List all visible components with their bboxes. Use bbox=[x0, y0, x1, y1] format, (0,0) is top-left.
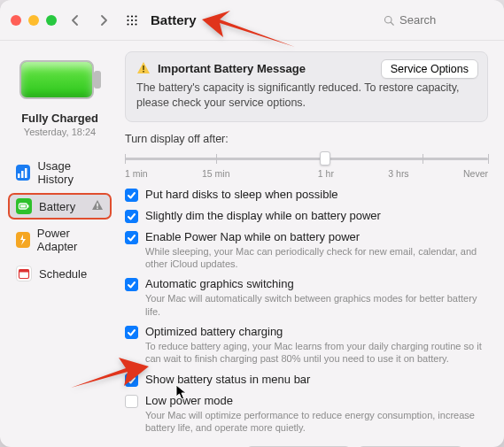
plug-icon bbox=[16, 232, 30, 248]
checkbox[interactable] bbox=[125, 395, 138, 408]
svg-point-5 bbox=[135, 19, 136, 20]
search-input[interactable] bbox=[399, 13, 488, 27]
option-description: Your Mac will optimize performance to re… bbox=[145, 409, 488, 435]
checkbox[interactable] bbox=[125, 326, 138, 339]
search-field[interactable] bbox=[378, 11, 493, 29]
search-icon bbox=[384, 14, 394, 27]
window-controls bbox=[11, 15, 57, 26]
chart-icon bbox=[16, 165, 30, 181]
option-label: Put hard disks to sleep when possible bbox=[145, 188, 488, 201]
option-description: While sleeping, your Mac can periodicall… bbox=[145, 245, 488, 271]
svg-point-4 bbox=[131, 19, 133, 20]
sidebar-item-schedule[interactable]: Schedule bbox=[9, 261, 111, 286]
slider-label: Turn display off after: bbox=[125, 133, 488, 145]
svg-line-10 bbox=[391, 22, 393, 25]
svg-point-8 bbox=[135, 23, 136, 25]
tick-label: Never bbox=[463, 168, 488, 179]
option-row: Enable Power Nap while on battery powerW… bbox=[125, 230, 488, 271]
sidebar-item-battery[interactable]: Battery bbox=[9, 194, 111, 219]
sidebar-item-power-adapter[interactable]: Power Adapter bbox=[9, 222, 111, 258]
warning-icon bbox=[91, 199, 104, 214]
zoom-window-button[interactable] bbox=[46, 15, 57, 26]
option-description: Your Mac will automatically switch betwe… bbox=[145, 292, 488, 318]
svg-rect-22 bbox=[143, 71, 144, 73]
option-label: Automatic graphics switching bbox=[145, 277, 488, 290]
display-sleep-slider[interactable] bbox=[125, 150, 488, 166]
service-options-button[interactable]: Service Options bbox=[381, 59, 478, 79]
battery-alert: Service Options Important Battery Messag… bbox=[125, 51, 488, 122]
option-row: Put hard disks to sleep when possible bbox=[125, 188, 488, 202]
svg-rect-16 bbox=[20, 205, 26, 208]
titlebar: Battery bbox=[0, 0, 504, 41]
forward-button[interactable] bbox=[94, 11, 113, 30]
tick-label: 1 min bbox=[125, 168, 148, 179]
slider-thumb[interactable] bbox=[320, 151, 330, 166]
battery-large-icon bbox=[19, 60, 101, 99]
battery-preferences-window: Battery Fully Charged Yesterday, 18:24 U… bbox=[0, 0, 504, 447]
battery-status-label: Fully Charged bbox=[21, 112, 98, 125]
calendar-icon bbox=[16, 266, 32, 281]
option-description: To reduce battery aging, your Mac learns… bbox=[145, 340, 488, 366]
checkbox[interactable] bbox=[125, 231, 138, 244]
svg-point-2 bbox=[135, 15, 136, 17]
sidebar: Fully Charged Yesterday, 18:24 Usage His… bbox=[0, 41, 120, 447]
sidebar-item-label: Battery bbox=[39, 200, 75, 213]
svg-rect-15 bbox=[27, 205, 29, 208]
svg-point-0 bbox=[127, 15, 128, 17]
option-row: Automatic graphics switchingYour Mac wil… bbox=[125, 277, 488, 318]
checkbox[interactable] bbox=[125, 374, 138, 387]
svg-point-6 bbox=[127, 23, 128, 25]
mouse-cursor-icon bbox=[175, 384, 188, 400]
close-window-button[interactable] bbox=[11, 15, 21, 26]
checkbox[interactable] bbox=[125, 278, 138, 291]
svg-point-7 bbox=[131, 23, 133, 25]
page-title: Battery bbox=[151, 12, 197, 27]
battery-icon bbox=[16, 198, 32, 214]
sidebar-nav: Usage History Battery Power Adapter Sche… bbox=[9, 155, 111, 286]
option-row: Slightly dim the display while on batter… bbox=[125, 209, 488, 223]
back-button[interactable] bbox=[66, 11, 85, 30]
slider-tick-labels: 1 min 15 min 1 hr 3 hrs Never bbox=[125, 168, 488, 179]
svg-point-1 bbox=[131, 15, 133, 17]
svg-point-3 bbox=[127, 19, 128, 20]
show-all-button[interactable] bbox=[122, 11, 142, 30]
tick-label: 1 hr bbox=[318, 168, 334, 179]
checkbox[interactable] bbox=[125, 210, 138, 223]
sidebar-item-usage-history[interactable]: Usage History bbox=[9, 155, 111, 190]
tick-label: 15 min bbox=[202, 168, 230, 179]
checkbox[interactable] bbox=[125, 189, 138, 202]
sidebar-item-label: Usage History bbox=[37, 159, 104, 186]
display-sleep-slider-group: Turn display off after: 1 min 15 min 1 h… bbox=[125, 133, 488, 179]
battery-status-time: Yesterday, 18:24 bbox=[24, 127, 96, 137]
sidebar-item-label: Schedule bbox=[39, 267, 87, 281]
warning-icon bbox=[136, 61, 151, 75]
tick-label: 3 hrs bbox=[388, 168, 408, 179]
option-label: Optimized battery charging bbox=[145, 325, 488, 338]
alert-body: The battery's capacity is significantly … bbox=[136, 81, 477, 111]
svg-rect-18 bbox=[97, 207, 97, 208]
option-label: Slightly dim the display while on batter… bbox=[145, 209, 488, 222]
alert-title: Important Battery Message bbox=[158, 62, 306, 75]
option-label: Enable Power Nap while on battery power bbox=[145, 230, 488, 243]
svg-rect-11 bbox=[18, 173, 20, 178]
option-row: Optimized battery chargingTo reduce batt… bbox=[125, 325, 488, 366]
svg-rect-13 bbox=[25, 168, 27, 178]
svg-rect-21 bbox=[143, 66, 144, 70]
svg-rect-17 bbox=[97, 203, 97, 206]
option-label: Show battery status in menu bar bbox=[145, 373, 488, 386]
option-label: Low power mode bbox=[145, 394, 488, 407]
minimize-window-button[interactable] bbox=[28, 15, 39, 26]
sidebar-item-label: Power Adapter bbox=[37, 227, 104, 253]
svg-rect-12 bbox=[21, 171, 24, 178]
svg-rect-20 bbox=[19, 270, 29, 273]
